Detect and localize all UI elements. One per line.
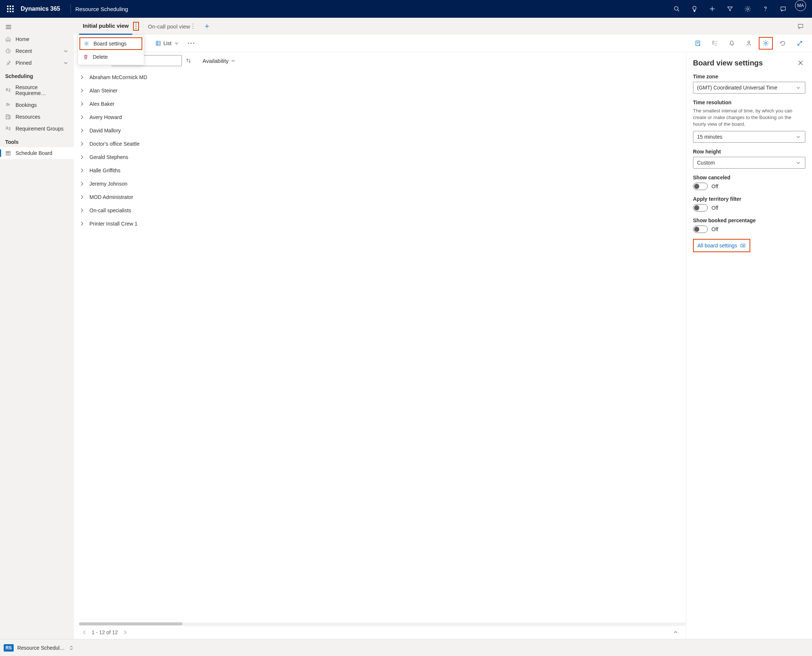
refresh-icon[interactable] (776, 37, 790, 50)
horizontal-scrollbar[interactable] (79, 622, 686, 625)
svg-point-34 (190, 43, 191, 44)
toolbar-more[interactable] (185, 43, 197, 44)
left-nav: Home Recent Pinned Scheduling Resource R… (0, 18, 74, 639)
book-icon[interactable] (691, 37, 705, 50)
resource-row[interactable]: Jeremy Johnson (74, 177, 686, 190)
resource-row[interactable]: Alan Steiner (74, 84, 686, 97)
expand-icon[interactable] (793, 37, 807, 50)
chevron-right-icon (79, 167, 85, 173)
resource-name: Abraham McCormick MD (90, 74, 147, 80)
filter-icon[interactable] (721, 0, 739, 18)
app-launcher[interactable] (3, 0, 18, 18)
add-tab-button[interactable] (204, 23, 210, 29)
chevron-right-icon (79, 181, 85, 187)
nav-schedule-board[interactable]: Schedule Board (0, 147, 74, 159)
time-resolution-select[interactable]: 15 minutes (693, 131, 805, 143)
chevron-right-icon (79, 194, 85, 200)
trash-icon (82, 54, 89, 60)
nav-resource-requirements[interactable]: Resource Requireme… (0, 81, 74, 99)
booked-percentage-toggle[interactable] (693, 226, 708, 233)
nav-label: Schedule Board (15, 150, 52, 156)
person-icon[interactable] (742, 37, 756, 50)
pagination-label: 1 - 12 of 12 (92, 630, 118, 635)
resource-name: Printer Install Crew 1 (90, 221, 137, 227)
tab-more-button[interactable] (133, 22, 139, 31)
nav-label: Requirement Groups (15, 126, 63, 132)
menu-item-board-settings[interactable]: Board settings (79, 37, 142, 50)
tab-oncall-pool-view[interactable]: On-call pool view (144, 18, 198, 35)
area-label[interactable]: Resource Schedul… (17, 645, 65, 651)
tab-initial-public-view[interactable]: Initial public view (79, 18, 132, 35)
territory-filter-toggle[interactable] (693, 204, 708, 212)
settings-gear-icon[interactable] (739, 0, 756, 18)
menu-item-label: Delete (93, 54, 108, 60)
chevron-down-icon (230, 58, 236, 63)
nav-bookings[interactable]: Bookings (0, 99, 74, 111)
booked-percentage-field: Show booked percentage Off (693, 217, 805, 233)
svg-point-11 (6, 88, 8, 90)
divider (71, 5, 71, 13)
field-label: Time zone (693, 74, 805, 79)
all-board-settings-link[interactable]: All board settings (693, 239, 750, 252)
svg-point-35 (193, 43, 194, 44)
resource-row[interactable]: On-call specialists (74, 204, 686, 217)
resource-row[interactable]: Doctor's office Seattle (74, 137, 686, 150)
nav-section-tools: Tools (0, 135, 74, 147)
nav-label: Bookings (15, 102, 37, 108)
field-label: Show booked percentage (693, 217, 805, 223)
availability-dropdown[interactable]: Availability (202, 58, 236, 64)
nav-recent[interactable]: Recent (0, 45, 74, 57)
tab-more-icon[interactable] (192, 23, 194, 29)
notifications-icon[interactable] (725, 37, 739, 50)
plus-icon[interactable] (703, 0, 721, 18)
nav-home[interactable]: Home (0, 33, 74, 45)
resource-row[interactable]: MOD Administrator (74, 190, 686, 204)
search-icon[interactable] (668, 0, 685, 18)
svg-point-43 (765, 42, 767, 44)
row-height-field: Row height Custom (693, 149, 805, 169)
toggle-state: Off (712, 205, 718, 211)
timezone-select[interactable]: (GMT) Coordinated Universal Time (693, 82, 805, 94)
next-page-button[interactable] (122, 630, 128, 635)
nav-label: Pinned (15, 60, 32, 66)
area-switcher-icon[interactable] (68, 645, 74, 651)
resource-name: Alex Baker (90, 101, 114, 107)
nav-pinned[interactable]: Pinned (0, 57, 74, 69)
menu-item-delete[interactable]: Delete (78, 51, 144, 63)
nav-toggle[interactable] (0, 21, 74, 33)
collapse-up-icon[interactable] (673, 630, 679, 635)
chevron-down-icon (795, 160, 801, 166)
resource-name: Jeremy Johnson (90, 181, 128, 187)
resource-row[interactable]: David Mallory (74, 124, 686, 137)
resource-row[interactable]: Alex Baker (74, 97, 686, 111)
prev-page-button[interactable] (81, 630, 87, 635)
resource-row[interactable]: Avery Howard (74, 111, 686, 124)
resource-row[interactable]: Gerald Stephens (74, 150, 686, 164)
resource-name: Doctor's office Seattle (90, 141, 139, 147)
resource-row[interactable]: Halle Griffiths (74, 164, 686, 177)
field-label: Row height (693, 149, 805, 155)
close-button[interactable] (796, 58, 805, 68)
chat-icon[interactable] (774, 0, 792, 18)
resource-row[interactable]: Printer Install Crew 1 (74, 217, 686, 231)
sort-icon[interactable] (185, 58, 191, 63)
chevron-down-icon (795, 134, 801, 140)
app-title: Resource Scheduling (76, 6, 128, 12)
nav-resources[interactable]: Resources (0, 111, 74, 123)
nav-requirement-groups[interactable]: Requirement Groups (0, 123, 74, 135)
help-icon[interactable] (756, 0, 774, 18)
resource-row[interactable]: Abraham McCormick MD (74, 71, 686, 84)
resource-list: Abraham McCormick MDAlan SteinerAlex Bak… (74, 69, 686, 232)
row-height-select[interactable]: Custom (693, 157, 805, 169)
view-mode-list[interactable]: List (152, 39, 182, 48)
legend-icon[interactable] (708, 37, 722, 50)
user-avatar[interactable]: MA (795, 0, 806, 11)
board-settings-gear[interactable] (759, 37, 773, 50)
chat-panel-icon[interactable] (794, 23, 807, 29)
resource-name: Halle Griffiths (90, 167, 120, 173)
lightbulb-icon[interactable] (685, 0, 703, 18)
svg-rect-37 (713, 41, 714, 43)
svg-rect-6 (781, 7, 786, 10)
grid-icon (155, 40, 161, 46)
show-canceled-toggle[interactable] (693, 183, 708, 190)
